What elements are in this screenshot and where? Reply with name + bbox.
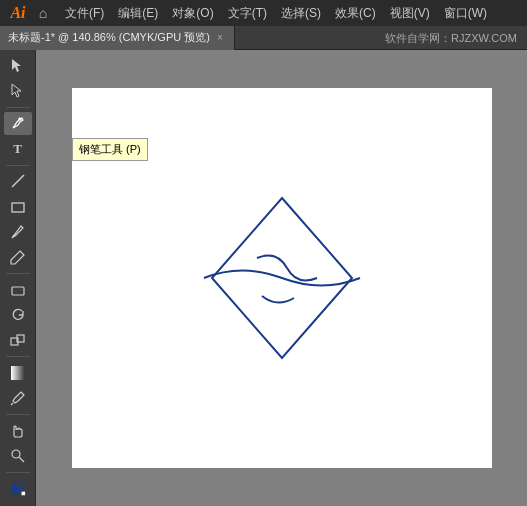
- tab-right-label: 软件自学网：RJZXW.COM: [375, 26, 527, 50]
- separator-6: [6, 472, 30, 473]
- active-tab[interactable]: 未标题-1* @ 140.86% (CMYK/GPU 预览) ×: [0, 26, 235, 50]
- svg-rect-5: [12, 287, 24, 295]
- direct-select-tool-button[interactable]: [4, 79, 32, 102]
- tab-close-button[interactable]: ×: [214, 32, 226, 44]
- svg-rect-4: [12, 203, 24, 212]
- line-tool-button[interactable]: [4, 170, 32, 193]
- zoom-tool-button[interactable]: [4, 444, 32, 467]
- separator-3: [6, 273, 30, 274]
- fill-stroke-button[interactable]: [4, 477, 32, 502]
- menu-select[interactable]: 选择(S): [274, 0, 328, 26]
- svg-marker-0: [12, 59, 21, 72]
- svg-line-9: [11, 403, 13, 405]
- scale-tool-button[interactable]: [4, 329, 32, 352]
- svg-rect-8: [11, 366, 25, 380]
- svg-rect-14: [21, 492, 25, 496]
- toolbar: T: [0, 50, 36, 506]
- menu-edit[interactable]: 编辑(E): [111, 0, 165, 26]
- separator-4: [6, 356, 30, 357]
- eyedropper-tool-button[interactable]: [4, 387, 32, 410]
- selection-tool-button[interactable]: [4, 54, 32, 77]
- tab-title: 未标题-1* @ 140.86% (CMYK/GPU 预览): [8, 30, 210, 45]
- separator-2: [6, 165, 30, 166]
- home-icon[interactable]: ⌂: [32, 2, 54, 24]
- menu-effect[interactable]: 效果(C): [328, 0, 383, 26]
- artwork: [182, 178, 382, 378]
- canvas-area[interactable]: 钢笔工具 (P): [36, 50, 527, 506]
- main-layout: T: [0, 50, 527, 506]
- rotate-tool-button[interactable]: [4, 303, 32, 326]
- pencil-tool-button[interactable]: [4, 246, 32, 269]
- svg-line-11: [19, 457, 24, 462]
- canvas: [72, 88, 492, 468]
- menubar: Ai ⌂ 文件(F) 编辑(E) 对象(O) 文字(T) 选择(S) 效果(C)…: [0, 0, 527, 26]
- hand-tool-button[interactable]: [4, 419, 32, 442]
- svg-line-3: [12, 175, 24, 187]
- menu-object[interactable]: 对象(O): [165, 0, 220, 26]
- menu-text[interactable]: 文字(T): [221, 0, 274, 26]
- svg-marker-1: [12, 84, 21, 97]
- pen-tool-button[interactable]: [4, 112, 32, 135]
- paintbrush-tool-button[interactable]: [4, 220, 32, 243]
- separator-5: [6, 414, 30, 415]
- menu-file[interactable]: 文件(F): [58, 0, 111, 26]
- svg-rect-12: [10, 485, 19, 494]
- menu-window[interactable]: 窗口(W): [437, 0, 494, 26]
- menu-view[interactable]: 视图(V): [383, 0, 437, 26]
- separator-1: [6, 107, 30, 108]
- app-logo: Ai: [4, 0, 32, 26]
- rect-tool-button[interactable]: [4, 195, 32, 218]
- svg-point-2: [19, 118, 21, 120]
- eraser-tool-button[interactable]: [4, 278, 32, 301]
- type-tool-button[interactable]: T: [4, 137, 32, 160]
- gradient-tool-button[interactable]: [4, 361, 32, 384]
- svg-point-10: [12, 450, 20, 458]
- tabbar: 未标题-1* @ 140.86% (CMYK/GPU 预览) × 软件自学网：R…: [0, 26, 527, 50]
